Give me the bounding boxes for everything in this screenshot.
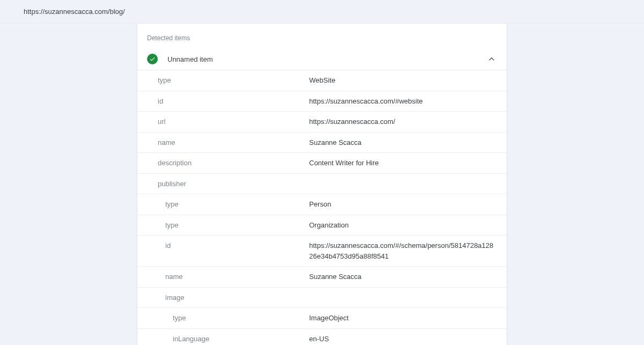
table-row: urlhttps://suzannescacca.com/ (137, 112, 507, 133)
table-row: nameSuzanne Scacca (137, 132, 507, 153)
data-table: typeWebSiteidhttps://suzannescacca.com/#… (137, 70, 507, 345)
property-value: https://suzannescacca.com/#website (309, 91, 507, 112)
property-key: type (137, 215, 309, 236)
property-value: https://suzannescacca.com/ (309, 112, 507, 133)
chevron-up-icon (486, 54, 497, 64)
property-key: name (137, 267, 309, 288)
property-value: ImageObject (309, 308, 507, 329)
property-value: https://suzannescacca.com/#/schema/perso… (309, 236, 507, 267)
property-value: Content Writer for Hire (309, 153, 507, 174)
property-value: Person (309, 194, 507, 215)
table-row: image (137, 287, 507, 308)
property-value: Organization (309, 215, 507, 236)
detected-items-panel: Detected items Unnamed item typeWebSitei… (137, 24, 507, 345)
property-value: Suzanne Scacca (309, 267, 507, 288)
table-row: typeOrganization (137, 215, 507, 236)
table-row: typeImageObject (137, 308, 507, 329)
section-label: Detected items (137, 24, 507, 49)
property-value: en-US (309, 328, 507, 345)
property-key: description (137, 153, 309, 174)
table-row: descriptionContent Writer for Hire (137, 153, 507, 174)
tested-url: https://suzannescacca.com/blog/ (0, 0, 644, 24)
table-row: nameSuzanne Scacca (137, 267, 507, 288)
table-row: publisher (137, 173, 507, 194)
check-icon (147, 54, 158, 64)
table-row: typeWebSite (137, 70, 507, 91)
property-key: type (137, 70, 309, 91)
accordion-toggle[interactable]: Unnamed item (137, 49, 507, 70)
property-key: id (137, 91, 309, 112)
property-key: publisher (137, 173, 309, 194)
property-key: type (137, 308, 309, 329)
property-value (309, 173, 507, 194)
property-key: url (137, 112, 309, 133)
property-key: name (137, 132, 309, 153)
table-row: idhttps://suzannescacca.com/#website (137, 91, 507, 112)
property-key: type (137, 194, 309, 215)
property-key: id (137, 236, 309, 267)
accordion-title: Unnamed item (167, 55, 486, 63)
property-value: Suzanne Scacca (309, 132, 507, 153)
property-value (309, 287, 507, 308)
table-row: inLanguageen-US (137, 328, 507, 345)
property-key: inLanguage (137, 328, 309, 345)
property-key: image (137, 287, 309, 308)
table-row: idhttps://suzannescacca.com/#/schema/per… (137, 236, 507, 267)
property-value: WebSite (309, 70, 507, 91)
table-row: typePerson (137, 194, 507, 215)
